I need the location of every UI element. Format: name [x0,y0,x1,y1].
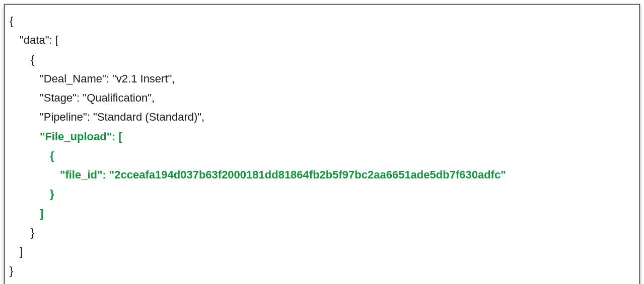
code-line: "Pipeline": "Standard (Standard)", [10,108,634,127]
code-line-highlighted: "File_upload": [ [10,127,634,146]
code-line-highlighted: "file_id": "2cceafa194d037b63f2000181dd8… [10,165,634,184]
code-line-highlighted: ] [10,204,634,223]
code-line: } [10,261,634,280]
code-line-highlighted: } [10,184,634,204]
json-code-block: { "data": [ { "Deal_Name": "v2.1 Insert"… [4,4,640,284]
code-line: "Stage": "Qualification", [10,88,634,108]
code-line-highlighted: { [10,146,634,165]
code-line: "Deal_Name": "v2.1 Insert", [10,69,634,88]
code-line: { [10,50,634,69]
code-line: ] [10,242,634,261]
code-line: } [10,223,634,242]
code-line: "data": [ [10,31,634,50]
code-line: { [10,12,634,31]
